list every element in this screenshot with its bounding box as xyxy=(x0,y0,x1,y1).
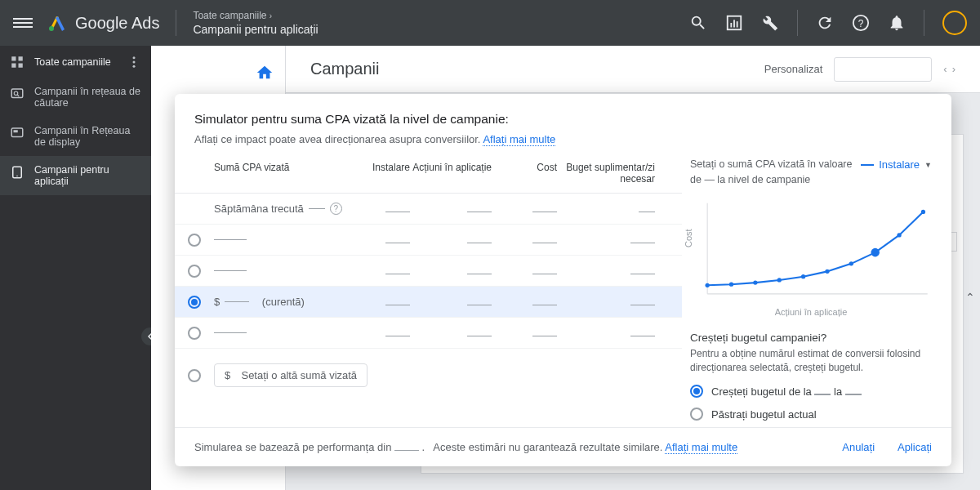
table-row-current[interactable]: $ (curentă) xyxy=(175,287,682,318)
reports-icon[interactable] xyxy=(725,14,743,32)
sidebar: Toate campaniile Campanii în rețeaua de … xyxy=(0,46,151,490)
radio-option[interactable] xyxy=(188,234,201,247)
search-network-icon xyxy=(10,87,24,101)
cost-chart: Cost xyxy=(690,198,932,304)
date-preset-label[interactable]: Personalizat xyxy=(764,63,823,75)
col-inapp: Acțiuni în aplicație xyxy=(410,162,492,185)
col-installs: Instalare xyxy=(345,162,410,185)
sidebar-item-all-campaigns[interactable]: Toate campaniile xyxy=(0,46,151,78)
svg-point-23 xyxy=(706,283,710,287)
modal-title: Simulator pentru suma CPA vizată la nive… xyxy=(194,112,932,127)
svg-point-29 xyxy=(849,261,853,265)
budget-question: Creșteți bugetul campaniei? xyxy=(690,332,932,344)
svg-rect-8 xyxy=(19,56,23,60)
grid-icon xyxy=(10,55,24,69)
help-icon[interactable]: ? xyxy=(852,14,870,32)
notifications-icon[interactable] xyxy=(888,14,906,32)
svg-point-26 xyxy=(777,278,782,282)
svg-rect-18 xyxy=(14,130,18,132)
modal-subtitle: Aflați ce impact poate avea direcționare… xyxy=(194,133,932,145)
divider xyxy=(924,10,924,36)
sidebar-item-search[interactable]: Campanii în rețeaua de căutare xyxy=(0,78,151,117)
radio-option-selected[interactable] xyxy=(188,296,201,309)
svg-point-12 xyxy=(133,61,136,64)
home-icon[interactable] xyxy=(256,64,274,82)
next-icon[interactable]: › xyxy=(952,63,956,75)
svg-line-16 xyxy=(17,95,19,96)
table-header: Sumă CPA vizată Instalare Acțiuni în apl… xyxy=(175,157,682,194)
hamburger-menu-icon[interactable] xyxy=(13,13,33,33)
budget-subtext: Pentru a obține numărul estimat de conve… xyxy=(690,347,932,376)
svg-rect-10 xyxy=(19,64,23,68)
brand-text: Google Ads xyxy=(75,14,159,33)
top-bar: Google Ads Toate campaniile › Campanii p… xyxy=(0,0,980,46)
budget-option-increase[interactable]: Creșteți bugetul de la la xyxy=(690,385,932,398)
table-row[interactable] xyxy=(175,318,682,349)
chart-legend[interactable]: Instalare▼ xyxy=(861,158,932,171)
modal-side-panel: Instalare▼ Setați o sumă CPA vizată în v… xyxy=(682,157,951,421)
sidebar-item-display[interactable]: Campanii în Rețeaua de display xyxy=(0,117,151,156)
refresh-icon[interactable] xyxy=(816,14,834,32)
app-campaign-icon xyxy=(10,165,24,180)
budget-option-keep[interactable]: Păstrați bugetul actual xyxy=(690,408,932,421)
svg-point-32 xyxy=(921,209,925,213)
table-row[interactable] xyxy=(175,225,682,256)
logo[interactable]: Google Ads xyxy=(47,13,159,33)
table-row-custom[interactable]: $ Setați o altă sumă vizată xyxy=(175,349,682,399)
svg-point-25 xyxy=(753,280,757,284)
breadcrumb[interactable]: Toate campaniile › Campanii pentru aplic… xyxy=(193,10,318,36)
svg-point-31 xyxy=(897,233,901,237)
set-other-target-button[interactable]: $ Setați o altă sumă vizată xyxy=(214,363,368,387)
svg-rect-9 xyxy=(11,64,16,68)
cancel-button[interactable]: Anulați xyxy=(842,441,875,453)
svg-point-0 xyxy=(49,26,54,31)
svg-rect-2 xyxy=(730,23,732,28)
sidebar-item-label: Toate campaniile xyxy=(34,56,111,68)
divider xyxy=(797,10,798,36)
svg-point-28 xyxy=(825,269,829,273)
display-network-icon xyxy=(10,126,24,140)
svg-point-11 xyxy=(133,56,136,59)
sidebar-item-label: Campanii pentru aplicații xyxy=(34,164,141,187)
col-cost: Cost xyxy=(492,162,557,185)
svg-rect-4 xyxy=(737,21,738,27)
chart-x-label: Acțiuni în aplicație xyxy=(690,307,932,317)
simulator-table: Sumă CPA vizată Instalare Acțiuni în apl… xyxy=(175,157,682,421)
more-icon[interactable] xyxy=(127,55,141,69)
chart-y-label: Cost xyxy=(684,229,693,247)
svg-rect-14 xyxy=(11,89,23,98)
learn-more-link[interactable]: Aflați mai multe xyxy=(483,133,555,146)
svg-point-27 xyxy=(801,274,805,278)
modal-footer: Simularea se bazează pe performanța din … xyxy=(175,427,951,466)
col-budget: Buget suplimentar/zi necesar xyxy=(557,162,655,185)
avatar[interactable] xyxy=(942,11,967,35)
breadcrumb-sub[interactable]: Campanii pentru aplicații xyxy=(193,23,318,36)
cpa-simulator-modal: Simulator pentru suma CPA vizată la nive… xyxy=(175,94,951,466)
svg-rect-7 xyxy=(11,56,16,60)
svg-text:?: ? xyxy=(858,18,864,29)
chevron-up-icon[interactable]: ⌃ xyxy=(965,291,975,304)
help-icon[interactable]: ? xyxy=(330,203,342,215)
table-row[interactable] xyxy=(175,256,682,287)
svg-point-24 xyxy=(729,282,733,286)
tools-icon[interactable] xyxy=(761,14,779,32)
date-range-select[interactable] xyxy=(834,57,932,82)
svg-point-13 xyxy=(133,65,136,68)
svg-point-20 xyxy=(16,176,18,177)
top-right-tools: ? xyxy=(689,10,967,36)
search-icon[interactable] xyxy=(689,14,707,32)
svg-point-30 xyxy=(871,247,880,256)
learn-more-link[interactable]: Aflați mai multe xyxy=(665,441,737,454)
page-header: Campanii Personalizat ‹ › xyxy=(286,46,980,93)
apply-button[interactable]: Aplicați xyxy=(898,441,932,453)
radio-option[interactable] xyxy=(188,265,201,278)
divider xyxy=(176,10,176,36)
radio-option[interactable] xyxy=(188,327,201,340)
table-row-lastweek: Săptămâna trecută ? xyxy=(175,194,682,225)
prev-icon[interactable]: ‹ xyxy=(943,63,947,75)
col-cpa: Sumă CPA vizată xyxy=(214,162,345,185)
sidebar-item-app[interactable]: Campanii pentru aplicații xyxy=(0,156,151,195)
sidebar-item-label: Campanii în rețeaua de căutare xyxy=(34,86,141,109)
breadcrumb-top[interactable]: Toate campaniile xyxy=(193,10,266,21)
radio-option[interactable] xyxy=(188,369,201,382)
